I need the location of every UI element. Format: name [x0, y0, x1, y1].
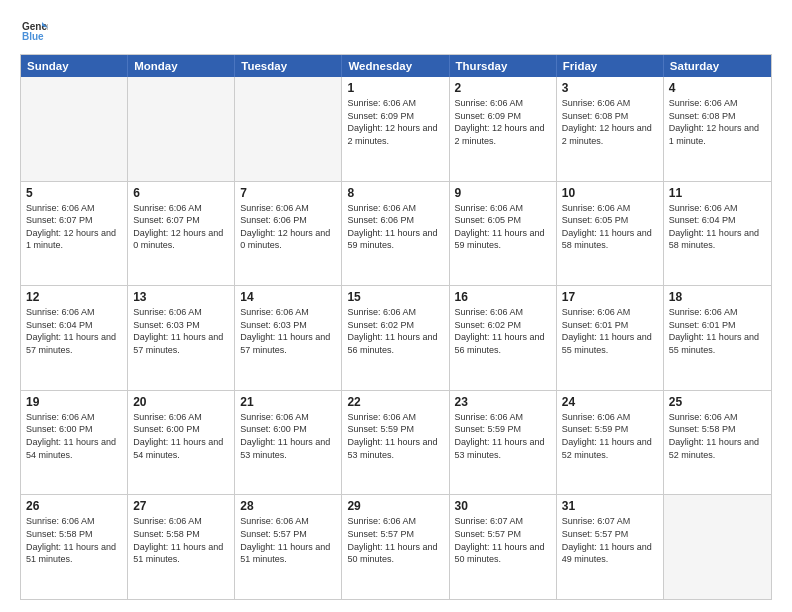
calendar-cell: 11Sunrise: 6:06 AM Sunset: 6:04 PM Dayli…: [664, 182, 771, 286]
day-number: 11: [669, 186, 766, 200]
cell-info: Sunrise: 6:06 AM Sunset: 5:58 PM Dayligh…: [669, 411, 766, 461]
calendar-cell: 27Sunrise: 6:06 AM Sunset: 5:58 PM Dayli…: [128, 495, 235, 599]
day-number: 14: [240, 290, 336, 304]
weekday-header: Monday: [128, 55, 235, 77]
logo-icon: General Blue: [20, 16, 48, 44]
day-number: 20: [133, 395, 229, 409]
day-number: 23: [455, 395, 551, 409]
day-number: 2: [455, 81, 551, 95]
cell-info: Sunrise: 6:06 AM Sunset: 5:59 PM Dayligh…: [455, 411, 551, 461]
cell-info: Sunrise: 6:06 AM Sunset: 6:00 PM Dayligh…: [26, 411, 122, 461]
weekday-header: Wednesday: [342, 55, 449, 77]
calendar-cell: 23Sunrise: 6:06 AM Sunset: 5:59 PM Dayli…: [450, 391, 557, 495]
calendar-cell: 13Sunrise: 6:06 AM Sunset: 6:03 PM Dayli…: [128, 286, 235, 390]
weekday-header: Friday: [557, 55, 664, 77]
cell-info: Sunrise: 6:07 AM Sunset: 5:57 PM Dayligh…: [455, 515, 551, 565]
cell-info: Sunrise: 6:06 AM Sunset: 6:04 PM Dayligh…: [669, 202, 766, 252]
cell-info: Sunrise: 6:06 AM Sunset: 6:01 PM Dayligh…: [562, 306, 658, 356]
cell-info: Sunrise: 6:06 AM Sunset: 5:58 PM Dayligh…: [133, 515, 229, 565]
cell-info: Sunrise: 6:06 AM Sunset: 6:05 PM Dayligh…: [455, 202, 551, 252]
calendar-cell: 5Sunrise: 6:06 AM Sunset: 6:07 PM Daylig…: [21, 182, 128, 286]
cell-info: Sunrise: 6:06 AM Sunset: 6:06 PM Dayligh…: [347, 202, 443, 252]
calendar-cell: 19Sunrise: 6:06 AM Sunset: 6:00 PM Dayli…: [21, 391, 128, 495]
cell-info: Sunrise: 6:06 AM Sunset: 6:09 PM Dayligh…: [347, 97, 443, 147]
cell-info: Sunrise: 6:06 AM Sunset: 6:07 PM Dayligh…: [133, 202, 229, 252]
day-number: 26: [26, 499, 122, 513]
calendar-body: 1Sunrise: 6:06 AM Sunset: 6:09 PM Daylig…: [21, 77, 771, 599]
calendar-cell: [235, 77, 342, 181]
cell-info: Sunrise: 6:06 AM Sunset: 5:59 PM Dayligh…: [347, 411, 443, 461]
calendar-row: 26Sunrise: 6:06 AM Sunset: 5:58 PM Dayli…: [21, 494, 771, 599]
day-number: 15: [347, 290, 443, 304]
cell-info: Sunrise: 6:06 AM Sunset: 6:05 PM Dayligh…: [562, 202, 658, 252]
day-number: 21: [240, 395, 336, 409]
page-header: General Blue: [20, 16, 772, 44]
calendar-cell: 21Sunrise: 6:06 AM Sunset: 6:00 PM Dayli…: [235, 391, 342, 495]
day-number: 7: [240, 186, 336, 200]
day-number: 16: [455, 290, 551, 304]
cell-info: Sunrise: 6:06 AM Sunset: 6:03 PM Dayligh…: [133, 306, 229, 356]
calendar-cell: 9Sunrise: 6:06 AM Sunset: 6:05 PM Daylig…: [450, 182, 557, 286]
calendar-cell: [128, 77, 235, 181]
day-number: 24: [562, 395, 658, 409]
calendar-cell: [21, 77, 128, 181]
weekday-header: Sunday: [21, 55, 128, 77]
calendar-cell: 10Sunrise: 6:06 AM Sunset: 6:05 PM Dayli…: [557, 182, 664, 286]
calendar-cell: 6Sunrise: 6:06 AM Sunset: 6:07 PM Daylig…: [128, 182, 235, 286]
calendar-cell: [664, 495, 771, 599]
cell-info: Sunrise: 6:06 AM Sunset: 6:08 PM Dayligh…: [669, 97, 766, 147]
day-number: 22: [347, 395, 443, 409]
calendar-cell: 25Sunrise: 6:06 AM Sunset: 5:58 PM Dayli…: [664, 391, 771, 495]
calendar-cell: 4Sunrise: 6:06 AM Sunset: 6:08 PM Daylig…: [664, 77, 771, 181]
weekday-header: Saturday: [664, 55, 771, 77]
svg-text:Blue: Blue: [22, 31, 44, 42]
day-number: 19: [26, 395, 122, 409]
calendar-cell: 26Sunrise: 6:06 AM Sunset: 5:58 PM Dayli…: [21, 495, 128, 599]
day-number: 8: [347, 186, 443, 200]
day-number: 31: [562, 499, 658, 513]
calendar-row: 5Sunrise: 6:06 AM Sunset: 6:07 PM Daylig…: [21, 181, 771, 286]
calendar-cell: 31Sunrise: 6:07 AM Sunset: 5:57 PM Dayli…: [557, 495, 664, 599]
day-number: 25: [669, 395, 766, 409]
calendar-cell: 29Sunrise: 6:06 AM Sunset: 5:57 PM Dayli…: [342, 495, 449, 599]
cell-info: Sunrise: 6:06 AM Sunset: 5:57 PM Dayligh…: [347, 515, 443, 565]
calendar-cell: 16Sunrise: 6:06 AM Sunset: 6:02 PM Dayli…: [450, 286, 557, 390]
calendar-cell: 17Sunrise: 6:06 AM Sunset: 6:01 PM Dayli…: [557, 286, 664, 390]
calendar-cell: 12Sunrise: 6:06 AM Sunset: 6:04 PM Dayli…: [21, 286, 128, 390]
cell-info: Sunrise: 6:06 AM Sunset: 5:59 PM Dayligh…: [562, 411, 658, 461]
calendar-cell: 1Sunrise: 6:06 AM Sunset: 6:09 PM Daylig…: [342, 77, 449, 181]
calendar-row: 19Sunrise: 6:06 AM Sunset: 6:00 PM Dayli…: [21, 390, 771, 495]
weekday-header: Tuesday: [235, 55, 342, 77]
calendar: SundayMondayTuesdayWednesdayThursdayFrid…: [20, 54, 772, 600]
day-number: 9: [455, 186, 551, 200]
calendar-cell: 2Sunrise: 6:06 AM Sunset: 6:09 PM Daylig…: [450, 77, 557, 181]
calendar-row: 12Sunrise: 6:06 AM Sunset: 6:04 PM Dayli…: [21, 285, 771, 390]
day-number: 5: [26, 186, 122, 200]
cell-info: Sunrise: 6:06 AM Sunset: 6:00 PM Dayligh…: [240, 411, 336, 461]
calendar-cell: 14Sunrise: 6:06 AM Sunset: 6:03 PM Dayli…: [235, 286, 342, 390]
cell-info: Sunrise: 6:06 AM Sunset: 6:01 PM Dayligh…: [669, 306, 766, 356]
day-number: 10: [562, 186, 658, 200]
day-number: 17: [562, 290, 658, 304]
weekday-header: Thursday: [450, 55, 557, 77]
day-number: 12: [26, 290, 122, 304]
cell-info: Sunrise: 6:06 AM Sunset: 6:08 PM Dayligh…: [562, 97, 658, 147]
cell-info: Sunrise: 6:06 AM Sunset: 6:00 PM Dayligh…: [133, 411, 229, 461]
day-number: 29: [347, 499, 443, 513]
day-number: 28: [240, 499, 336, 513]
calendar-cell: 15Sunrise: 6:06 AM Sunset: 6:02 PM Dayli…: [342, 286, 449, 390]
logo: General Blue: [20, 16, 52, 44]
calendar-header: SundayMondayTuesdayWednesdayThursdayFrid…: [21, 55, 771, 77]
day-number: 6: [133, 186, 229, 200]
calendar-row: 1Sunrise: 6:06 AM Sunset: 6:09 PM Daylig…: [21, 77, 771, 181]
cell-info: Sunrise: 6:06 AM Sunset: 5:57 PM Dayligh…: [240, 515, 336, 565]
calendar-cell: 20Sunrise: 6:06 AM Sunset: 6:00 PM Dayli…: [128, 391, 235, 495]
cell-info: Sunrise: 6:06 AM Sunset: 6:03 PM Dayligh…: [240, 306, 336, 356]
cell-info: Sunrise: 6:06 AM Sunset: 6:06 PM Dayligh…: [240, 202, 336, 252]
day-number: 18: [669, 290, 766, 304]
calendar-cell: 30Sunrise: 6:07 AM Sunset: 5:57 PM Dayli…: [450, 495, 557, 599]
calendar-cell: 8Sunrise: 6:06 AM Sunset: 6:06 PM Daylig…: [342, 182, 449, 286]
cell-info: Sunrise: 6:06 AM Sunset: 6:02 PM Dayligh…: [347, 306, 443, 356]
calendar-cell: 24Sunrise: 6:06 AM Sunset: 5:59 PM Dayli…: [557, 391, 664, 495]
cell-info: Sunrise: 6:06 AM Sunset: 6:07 PM Dayligh…: [26, 202, 122, 252]
